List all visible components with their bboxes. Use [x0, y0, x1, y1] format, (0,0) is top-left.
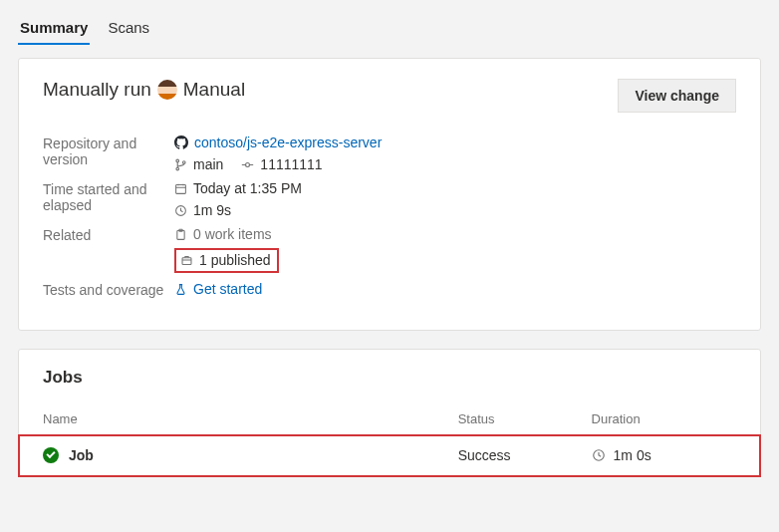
run-title: Manually run Manual: [43, 79, 245, 101]
get-started-link[interactable]: Get started: [193, 281, 262, 297]
clipboard-icon: [174, 228, 187, 241]
table-row[interactable]: Job Success 1m 0s: [19, 435, 760, 476]
branch-name[interactable]: main: [193, 156, 223, 172]
col-status: Status: [434, 403, 568, 435]
svg-point-1: [176, 167, 179, 170]
label-related: Related: [43, 226, 174, 273]
run-title-prefix: Manually run: [43, 79, 151, 101]
branch-icon: [174, 158, 187, 171]
view-change-button[interactable]: View change: [618, 79, 736, 113]
beaker-icon: [174, 283, 187, 296]
published-highlight: 1 published: [174, 248, 279, 273]
job-status: Success: [458, 447, 511, 463]
svg-rect-8: [182, 257, 191, 264]
run-title-name: Manual: [183, 79, 245, 101]
value-time: Today at 1:35 PM 1m 9s: [174, 180, 736, 218]
job-duration: 1m 0s: [614, 447, 651, 463]
artifact-icon: [180, 254, 193, 267]
success-icon: [43, 447, 59, 463]
svg-point-0: [176, 159, 179, 162]
svg-point-2: [182, 160, 185, 163]
label-repo-version: Repository and version: [43, 134, 174, 172]
clock-icon: [174, 204, 187, 217]
run-summary-card: Manually run Manual View change Reposito…: [18, 58, 761, 331]
github-icon: [174, 135, 188, 149]
run-details: Repository and version contoso/js-e2e-ex…: [43, 134, 736, 298]
commit-icon: [241, 158, 254, 171]
published-link[interactable]: 1 published: [199, 252, 271, 268]
label-time: Time started and elapsed: [43, 180, 174, 218]
run-elapsed: 1m 9s: [193, 202, 231, 218]
job-name: Job: [69, 447, 94, 463]
commit-hash[interactable]: 11111111: [260, 156, 322, 172]
run-started: Today at 1:35 PM: [193, 180, 302, 196]
value-tests: Get started: [174, 281, 736, 298]
tabs: Summary Scans: [0, 0, 779, 44]
jobs-title: Jobs: [19, 368, 760, 403]
calendar-icon: [174, 182, 187, 195]
label-tests: Tests and coverage: [43, 281, 174, 298]
clock-icon: [592, 448, 606, 462]
jobs-card: Jobs Name Status Duration Job Success: [18, 349, 761, 477]
work-items[interactable]: 0 work items: [193, 226, 272, 242]
tab-scans[interactable]: Scans: [106, 9, 151, 44]
svg-rect-4: [176, 184, 186, 193]
value-related: 0 work items 1 published: [174, 226, 736, 273]
col-duration: Duration: [568, 403, 760, 435]
tab-summary[interactable]: Summary: [18, 9, 90, 44]
jobs-table: Name Status Duration Job Success: [19, 403, 760, 476]
value-repo-version: contoso/js-e2e-express-server main 11111…: [174, 134, 736, 172]
col-name: Name: [19, 403, 434, 435]
svg-point-3: [246, 162, 250, 166]
avatar: [157, 80, 177, 100]
repo-link[interactable]: contoso/js-e2e-express-server: [194, 134, 382, 150]
jobs-header-row: Name Status Duration: [19, 403, 760, 435]
